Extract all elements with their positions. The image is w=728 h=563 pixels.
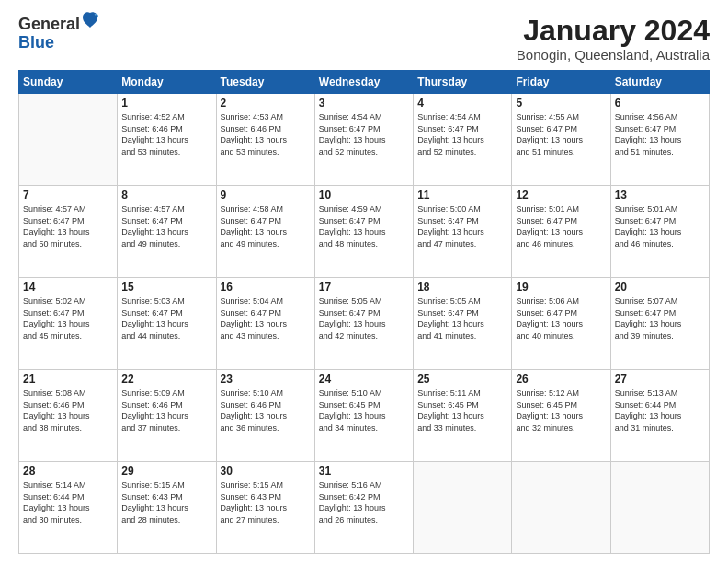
day-number: 29 [121,465,211,477]
table-row: 3Sunrise: 4:54 AMSunset: 6:47 PMDaylight… [314,94,413,186]
day-number: 12 [516,189,606,201]
day-number: 10 [319,189,409,201]
cell-text: and 44 minutes. [121,330,211,342]
cell-text: and 30 minutes. [23,514,113,526]
day-number: 26 [516,373,606,385]
cell-text: Sunset: 6:47 PM [615,307,705,319]
cell-text: Sunset: 6:46 PM [121,123,211,135]
cell-text: Sunrise: 4:54 AM [417,111,507,123]
cell-text: Sunset: 6:47 PM [23,307,113,319]
day-number: 25 [417,373,507,385]
cell-text: Sunrise: 5:00 AM [417,203,507,215]
day-number: 18 [417,281,507,293]
cell-text: and 53 minutes. [121,146,211,158]
cell-text: and 28 minutes. [121,514,211,526]
cell-text: Sunset: 6:46 PM [23,399,113,411]
cell-text: Daylight: 13 hours [319,134,409,146]
day-number: 7 [23,189,113,201]
day-number: 2 [221,97,311,109]
cell-text: Sunrise: 4:57 AM [121,203,211,215]
cell-text: Sunset: 6:47 PM [121,215,211,227]
cell-text: Sunset: 6:43 PM [221,491,311,503]
day-number: 27 [615,373,705,385]
day-number: 31 [319,465,409,477]
cell-text: Sunrise: 5:10 AM [221,387,311,399]
cell-text: Sunset: 6:47 PM [319,215,409,227]
table-row: 13Sunrise: 5:01 AMSunset: 6:47 PMDayligh… [610,186,709,278]
cell-text: Sunset: 6:45 PM [516,399,606,411]
day-number: 28 [23,465,113,477]
cell-text: Sunset: 6:47 PM [615,215,705,227]
cell-text: Sunrise: 5:10 AM [319,387,409,399]
day-number: 13 [615,189,705,201]
cell-text: Daylight: 13 hours [417,226,507,238]
cell-text: Daylight: 13 hours [121,318,211,330]
cell-text: Sunrise: 4:54 AM [319,111,409,123]
header-sunday: Sunday [19,71,118,94]
day-number: 16 [221,281,311,293]
cell-text: and 38 minutes. [23,422,113,434]
cell-text: and 51 minutes. [615,146,705,158]
cell-text: and 31 minutes. [615,422,705,434]
week-row-1: 7Sunrise: 4:57 AMSunset: 6:47 PMDaylight… [19,186,710,278]
cell-text: Daylight: 13 hours [319,410,409,422]
cell-text: and 49 minutes. [221,238,311,250]
header-thursday: Thursday [414,71,512,94]
cell-text: Daylight: 13 hours [121,502,211,514]
cell-text: Daylight: 13 hours [221,502,311,514]
cell-text: Sunrise: 5:01 AM [516,203,606,215]
cell-text: Sunset: 6:46 PM [221,123,311,135]
cell-text: Daylight: 13 hours [23,502,113,514]
header-tuesday: Tuesday [216,71,314,94]
day-number: 24 [319,373,409,385]
cell-text: Sunrise: 5:05 AM [319,295,409,307]
table-row: 28Sunrise: 5:14 AMSunset: 6:44 PMDayligh… [19,462,118,554]
cell-text: Daylight: 13 hours [516,226,606,238]
cell-text: Sunset: 6:47 PM [417,123,507,135]
cell-text: and 52 minutes. [319,146,409,158]
table-row: 8Sunrise: 4:57 AMSunset: 6:47 PMDaylight… [118,186,216,278]
cell-text: Sunset: 6:47 PM [516,215,606,227]
cell-text: Sunset: 6:47 PM [319,307,409,319]
cell-text: Daylight: 13 hours [221,318,311,330]
table-row: 15Sunrise: 5:03 AMSunset: 6:47 PMDayligh… [118,278,216,370]
cell-text: Daylight: 13 hours [417,410,507,422]
cell-text: Sunset: 6:47 PM [516,307,606,319]
cell-text: Sunset: 6:47 PM [417,307,507,319]
logo-general: General [18,15,80,33]
cell-text: Daylight: 13 hours [615,318,705,330]
table-row: 7Sunrise: 4:57 AMSunset: 6:47 PMDaylight… [19,186,118,278]
cell-text: Daylight: 13 hours [319,226,409,238]
week-row-0: 1Sunrise: 4:52 AMSunset: 6:46 PMDaylight… [19,94,710,186]
cell-text: and 49 minutes. [121,238,211,250]
cell-text: and 39 minutes. [615,330,705,342]
cell-text: Sunrise: 5:15 AM [221,479,311,491]
cell-text: Sunrise: 5:08 AM [23,387,113,399]
cell-text: Daylight: 13 hours [417,134,507,146]
cell-text: Daylight: 13 hours [221,134,311,146]
day-number: 30 [221,465,311,477]
cell-text: Sunrise: 4:52 AM [121,111,211,123]
week-row-3: 21Sunrise: 5:08 AMSunset: 6:46 PMDayligh… [19,370,710,462]
cell-text: Sunrise: 5:14 AM [23,479,113,491]
calendar-table: Sunday Monday Tuesday Wednesday Thursday… [18,70,710,554]
cell-text: Sunset: 6:44 PM [615,399,705,411]
cell-text: Daylight: 13 hours [417,318,507,330]
cell-text: Daylight: 13 hours [615,410,705,422]
cell-text: Sunrise: 5:07 AM [615,295,705,307]
cell-text: Sunrise: 5:12 AM [516,387,606,399]
cell-text: and 53 minutes. [221,146,311,158]
cell-text: Daylight: 13 hours [121,410,211,422]
table-row: 30Sunrise: 5:15 AMSunset: 6:43 PMDayligh… [216,462,314,554]
table-row: 11Sunrise: 5:00 AMSunset: 6:47 PMDayligh… [414,186,512,278]
cell-text: Daylight: 13 hours [615,134,705,146]
cell-text: and 50 minutes. [23,238,113,250]
cell-text: Daylight: 13 hours [121,226,211,238]
table-row: 10Sunrise: 4:59 AMSunset: 6:47 PMDayligh… [314,186,413,278]
table-row: 4Sunrise: 4:54 AMSunset: 6:47 PMDaylight… [414,94,512,186]
cell-text: Sunrise: 4:57 AM [23,203,113,215]
logo: General Blue [18,15,98,52]
cell-text: Sunrise: 5:06 AM [516,295,606,307]
cell-text: and 45 minutes. [23,330,113,342]
cell-text: and 40 minutes. [516,330,606,342]
